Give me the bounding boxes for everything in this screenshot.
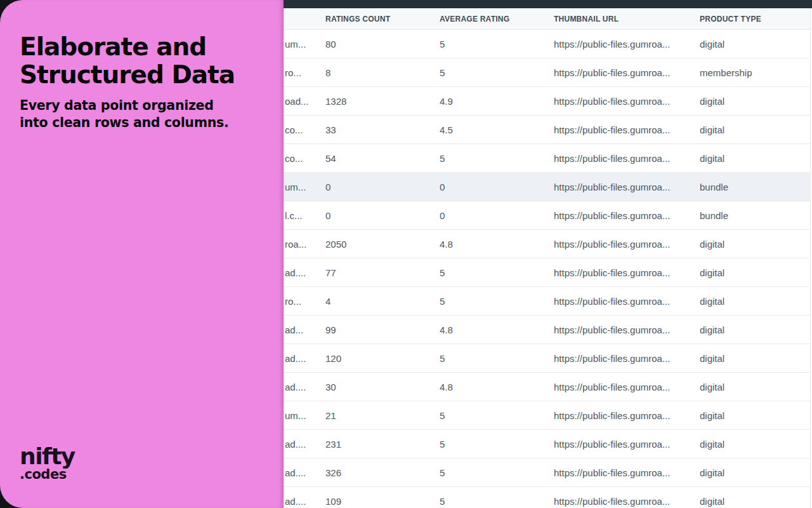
cell-thumbnail-url: https://public-files.gumroa...	[554, 324, 670, 335]
cell-thumbnail-url: https://public-files.gumroa...	[554, 182, 670, 192]
cell-ratings-count: 77	[325, 267, 336, 278]
cell-product-type: digital	[700, 296, 724, 307]
card-subtitle: Every data point organized into clean ro…	[20, 97, 233, 131]
cell-product-type: digital	[700, 439, 724, 450]
cell-thumbnail-url: https://public-files.gumroa...	[554, 496, 670, 507]
cell-product-type: digital	[700, 410, 724, 421]
cell-thumbnail-url: https://public-files.gumroa...	[554, 382, 670, 392]
cell-average-rating: 4.8	[440, 239, 453, 250]
table-row[interactable]: ad.... 77 5 https://public-files.gumroa.…	[284, 258, 810, 287]
column-header-thumbnail-url[interactable]: THUMBNAIL URL	[554, 15, 619, 23]
cell-url-truncated: ad....	[285, 353, 306, 364]
cell-thumbnail-url: https://public-files.gumroa...	[554, 467, 670, 478]
cell-average-rating: 5	[440, 39, 445, 50]
table-row[interactable]: um... 0 0 https://public-files.gumroa...…	[284, 173, 810, 201]
table-row[interactable]: ro... 8 5 https://public-files.gumroa...…	[284, 58, 810, 87]
card-title-line1: Elaborate and	[20, 33, 258, 61]
cell-thumbnail-url: https://public-files.gumroa...	[554, 96, 670, 107]
table-row[interactable]: l.c... 0 0 https://public-files.gumroa..…	[284, 201, 810, 230]
cell-url-truncated: um...	[285, 182, 306, 192]
cell-url-truncated: ad....	[285, 267, 306, 278]
cell-average-rating: 5	[440, 296, 445, 307]
cell-product-type: digital	[700, 39, 724, 50]
cell-url-truncated: ad....	[285, 382, 306, 392]
cell-ratings-count: 33	[325, 124, 336, 135]
cell-product-type: membership	[700, 67, 752, 78]
cell-product-type: bundle	[700, 182, 728, 192]
cell-thumbnail-url: https://public-files.gumroa...	[554, 239, 670, 250]
cell-ratings-count: 231	[325, 439, 341, 450]
cell-average-rating: 0	[440, 210, 445, 221]
cell-url-truncated: ad....	[285, 467, 306, 478]
table-row[interactable]: oad... 1328 4.9 https://public-files.gum…	[284, 87, 810, 116]
cell-url-truncated: ad....	[285, 496, 306, 507]
cell-ratings-count: 54	[325, 153, 336, 164]
cell-thumbnail-url: https://public-files.gumroa...	[554, 153, 670, 164]
table-row[interactable]: ad... 99 4.8 https://public-files.gumroa…	[284, 316, 810, 344]
cell-ratings-count: 0	[325, 210, 331, 221]
cell-ratings-count: 109	[325, 496, 341, 507]
card-title: Elaborate and Structured Data	[20, 33, 258, 88]
cell-thumbnail-url: https://public-files.gumroa...	[554, 410, 670, 421]
cell-thumbnail-url: https://public-files.gumroa...	[554, 296, 670, 307]
cell-average-rating: 4.8	[440, 382, 453, 392]
cell-url-truncated: ro...	[285, 296, 301, 307]
cell-url-truncated: ad...	[285, 324, 303, 335]
table-row[interactable]: ad.... 109 5 https://public-files.gumroa…	[284, 487, 810, 508]
table-row[interactable]: um... 21 5 https://public-files.gumroa..…	[284, 401, 810, 430]
cell-ratings-count: 0	[325, 182, 331, 192]
cell-ratings-count: 30	[325, 382, 336, 392]
table-row[interactable]: ro... 4 5 https://public-files.gumroa...…	[284, 287, 810, 316]
cell-thumbnail-url: https://public-files.gumroa...	[554, 353, 670, 364]
cell-url-truncated: co...	[285, 124, 303, 135]
cell-url-truncated: co...	[285, 153, 303, 164]
table-row[interactable]: roa... 2050 4.8 https://public-files.gum…	[284, 230, 810, 258]
cell-thumbnail-url: https://public-files.gumroa...	[554, 67, 670, 78]
cell-thumbnail-url: https://public-files.gumroa...	[554, 439, 670, 450]
cell-ratings-count: 8	[325, 67, 331, 78]
cell-ratings-count: 99	[325, 324, 336, 335]
table-row[interactable]: ad.... 120 5 https://public-files.gumroa…	[284, 344, 810, 373]
table-row[interactable]: ad.... 231 5 https://public-files.gumroa…	[284, 430, 810, 458]
cell-average-rating: 4.9	[440, 96, 453, 107]
cell-product-type: bundle	[700, 210, 728, 221]
cell-ratings-count: 80	[325, 39, 336, 50]
column-header-ratings-count[interactable]: RATINGS COUNT	[325, 15, 390, 23]
cell-ratings-count: 4	[325, 296, 331, 307]
cell-product-type: digital	[700, 124, 724, 135]
cell-average-rating: 4.5	[440, 124, 453, 135]
app-toolbar	[284, 0, 812, 8]
cell-ratings-count: 2050	[325, 239, 346, 250]
cell-ratings-count: 1328	[325, 96, 346, 107]
cell-url-truncated: ad....	[285, 439, 306, 450]
cell-product-type: digital	[700, 353, 724, 364]
table-row[interactable]: co... 54 5 https://public-files.gumroa..…	[284, 144, 810, 173]
cell-product-type: digital	[700, 324, 724, 335]
table-row[interactable]: co... 33 4.5 https://public-files.gumroa…	[284, 116, 810, 144]
column-header-product-type[interactable]: PRODUCT TYPE	[700, 15, 761, 23]
table-body: um... 80 5 https://public-files.gumroa..…	[284, 30, 810, 508]
cell-average-rating: 5	[440, 353, 445, 364]
cell-product-type: digital	[700, 496, 724, 507]
brand-name: nifty	[20, 445, 75, 468]
cell-average-rating: 5	[440, 439, 445, 450]
table-row[interactable]: ad.... 326 5 https://public-files.gumroa…	[284, 458, 810, 487]
table-row[interactable]: um... 80 5 https://public-files.gumroa..…	[284, 30, 810, 58]
products-table: RATINGS COUNT AVERAGE RATING THUMBNAIL U…	[284, 8, 812, 508]
screen: RATINGS COUNT AVERAGE RATING THUMBNAIL U…	[0, 0, 812, 508]
cell-ratings-count: 21	[325, 410, 336, 421]
cell-url-truncated: oad...	[285, 96, 309, 107]
cell-thumbnail-url: https://public-files.gumroa...	[554, 39, 670, 50]
table-row[interactable]: ad.... 30 4.8 https://public-files.gumro…	[284, 373, 810, 401]
cell-average-rating: 5	[440, 267, 445, 278]
cell-average-rating: 4.8	[440, 324, 453, 335]
column-header-average-rating[interactable]: AVERAGE RATING	[440, 15, 509, 23]
table-region: RATINGS COUNT AVERAGE RATING THUMBNAIL U…	[284, 8, 811, 508]
card-title-line2: Structured Data	[20, 61, 258, 89]
brand-logo: nifty .codes	[20, 445, 75, 481]
cell-product-type: digital	[700, 267, 724, 278]
cell-average-rating: 5	[440, 67, 445, 78]
cell-thumbnail-url: https://public-files.gumroa...	[554, 210, 670, 221]
cell-url-truncated: um...	[285, 39, 306, 50]
cell-thumbnail-url: https://public-files.gumroa...	[554, 267, 670, 278]
